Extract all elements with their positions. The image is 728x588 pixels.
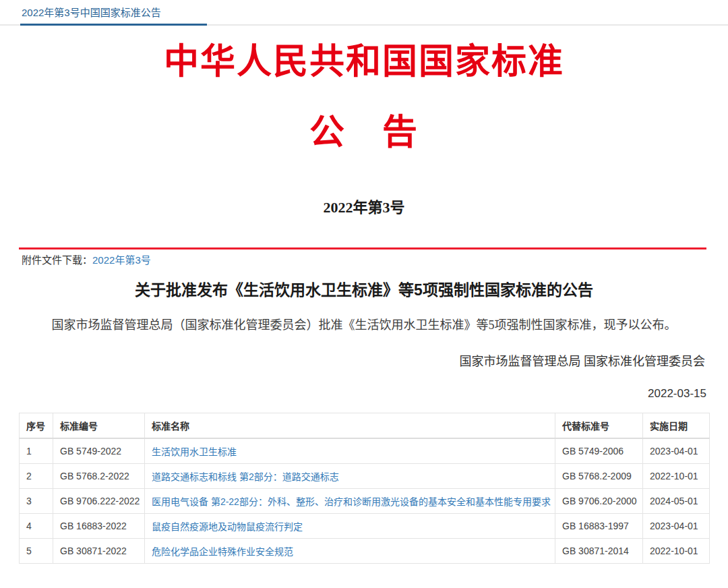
standard-name-link[interactable]: 鼠疫自然疫源地及动物鼠疫流行判定 [152,521,303,532]
announcement-title: 关于批准发布《生活饮用水卫生标准》等5项强制性国家标准的公告 [0,277,728,300]
standard-name-link[interactable]: 生活饮用水卫生标准 [152,446,237,457]
column-header-no: 序号 [20,413,53,439]
cell-no: 1 [20,438,53,464]
table-row: 4 GB 16883-2022 鼠疫自然疫源地及动物鼠疫流行判定 GB 1688… [20,514,710,539]
cell-replaces: GB 16883-1997 [555,514,643,539]
cell-replaces: GB 5768.2-2009 [555,464,643,489]
column-header-code: 标准编号 [53,413,145,439]
cell-name: 危险化学品企业特殊作业安全规范 [145,539,555,564]
cell-replaces: GB 9706.20-2000 [555,489,643,514]
cell-name: 生活饮用水卫生标准 [145,438,555,464]
standard-name-link[interactable]: 危险化学品企业特殊作业安全规范 [152,546,293,557]
table-row: 2 GB 5768.2-2022 道路交通标志和标线 第2部分：道路交通标志 G… [20,464,710,489]
cell-code: GB 5768.2-2022 [53,464,145,489]
tab-bar: 2022年第3号中国国家标准公告 [0,0,728,26]
cell-no: 3 [20,489,53,514]
cell-effective: 2023-04-01 [643,438,710,464]
announcement-page: 2022年第3号中国国家标准公告 中华人民共和国国家标准 公 告 2022年第3… [0,0,728,588]
cell-effective: 2022-10-01 [643,539,710,564]
cell-name: 鼠疫自然疫源地及动物鼠疫流行判定 [145,514,555,539]
column-header-replaces: 代替标准号 [555,413,643,439]
attachment-row: 附件文件下载：2022年第3号 [22,252,728,266]
table-header-row: 序号 标准编号 标准名称 代替标准号 实施日期 [20,413,710,439]
cell-no: 2 [20,464,53,489]
issuing-agencies: 国家市场监督管理总局 国家标准化管理委员会 [0,351,705,369]
attachment-link[interactable]: 2022年第3号 [92,254,151,266]
tab-standard-announcement[interactable]: 2022年第3号中国国家标准公告 [20,5,207,26]
cell-effective: 2022-10-01 [643,464,710,489]
cell-code: GB 9706.222-2022 [53,489,145,514]
standard-name-link[interactable]: 医用电气设备 第2-22部分：外科、整形、治疗和诊断用激光设备的基本安全和基本性… [152,496,551,507]
standards-table: 序号 标准编号 标准名称 代替标准号 实施日期 1 GB 5749-2022 生… [19,413,710,564]
cell-name: 道路交通标志和标线 第2部分：道路交通标志 [145,464,555,489]
column-header-name: 标准名称 [145,413,555,439]
cell-code: GB 16883-2022 [53,514,145,539]
cell-no: 5 [20,539,53,564]
document-masthead: 中华人民共和国国家标准 公 告 2022年第3号 [0,45,728,216]
attachment-label: 附件文件下载： [22,254,92,266]
cell-effective: 2024-05-01 [643,489,710,514]
cell-effective: 2023-04-01 [643,514,710,539]
cell-code: GB 5749-2022 [53,438,145,464]
cell-replaces: GB 30871-2014 [555,539,643,564]
masthead-subtitle: 公 告 [0,115,728,150]
issue-number: 2022年第3号 [0,195,728,216]
table-row: 3 GB 9706.222-2022 医用电气设备 第2-22部分：外科、整形、… [20,489,710,514]
cell-no: 4 [20,514,53,539]
body-paragraph: 国家市场监督管理总局（国家标准化管理委员会）批准《生活饮用水卫生标准》等5项强制… [23,315,705,332]
cell-name: 医用电气设备 第2-22部分：外科、整形、治疗和诊断用激光设备的基本安全和基本性… [145,489,555,514]
issue-date: 2022-03-15 [0,387,706,401]
red-divider [19,247,706,249]
table-row: 5 GB 30871-2022 危险化学品企业特殊作业安全规范 GB 30871… [20,539,710,564]
cell-replaces: GB 5749-2006 [555,438,643,464]
table-row: 1 GB 5749-2022 生活饮用水卫生标准 GB 5749-2006 20… [20,438,710,464]
masthead-title: 中华人民共和国国家标准 [0,45,728,80]
column-header-effective: 实施日期 [643,413,710,439]
standard-name-link[interactable]: 道路交通标志和标线 第2部分：道路交通标志 [152,471,339,482]
cell-code: GB 30871-2022 [53,539,145,564]
